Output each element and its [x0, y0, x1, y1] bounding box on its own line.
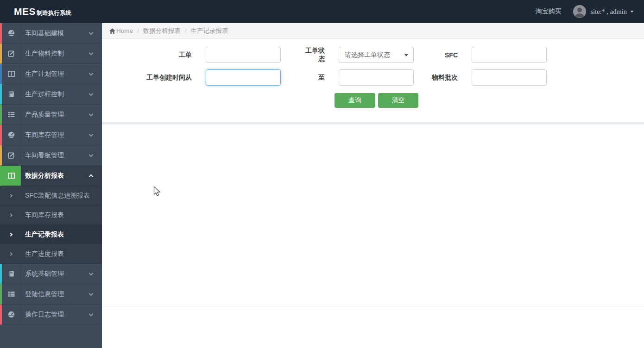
- breadcrumb-separator: /: [137, 27, 139, 34]
- order-status-select[interactable]: 请选择工单状态: [339, 47, 414, 63]
- sidebar-item-label: 操作日志管理: [25, 311, 89, 319]
- sidebar-item-label: 车间看板管理: [25, 151, 89, 160]
- chevron-up-icon: [89, 174, 94, 179]
- sidebar-subitem-label: 车间库存报表: [25, 211, 64, 219]
- chevron-right-icon: [0, 233, 21, 236]
- home-icon: [109, 28, 115, 34]
- sidebar-subitem-label: 生产记录报表: [25, 230, 64, 239]
- breadcrumb-separator: /: [185, 27, 187, 34]
- material-batch-input[interactable]: [472, 69, 547, 86]
- sidebar-item-production-process-control[interactable]: 生产过程控制: [0, 84, 102, 105]
- order-status-field-group: 工单状态 请选择工单状态: [299, 47, 414, 63]
- sidebar-item-product-quality-management[interactable]: 产品质量管理: [0, 105, 102, 125]
- sidebar-item-label: 车间基础建模: [25, 29, 89, 37]
- caret-down-icon: [630, 11, 634, 12]
- sidebar-item-workshop-inventory-management[interactable]: 车间库存管理: [0, 125, 102, 145]
- chevron-down-icon: [89, 91, 94, 96]
- sidebar-item-label: 生产物料控制: [25, 50, 89, 58]
- chevron-down-icon: [89, 132, 94, 137]
- chevron-down-icon: [89, 271, 94, 275]
- list-icon: [2, 105, 21, 124]
- sidebar-item-production-plan-management[interactable]: 生产计划管理: [0, 64, 102, 84]
- chevron-down-icon: [89, 50, 94, 55]
- chevron-down-icon: [89, 112, 94, 116]
- user-label: site:* , admin: [590, 8, 627, 16]
- user-avatar[interactable]: [573, 5, 586, 18]
- sidebar-item-production-material-control[interactable]: 生产物料控制: [0, 44, 102, 64]
- created-from-label: 工单创建时间从: [132, 74, 192, 82]
- search-form-panel: 工单 工单状态 请选择工单状态 SFC 工单创建时间从: [102, 39, 644, 122]
- sidebar-item-system-basic-management[interactable]: 系统基础管理: [0, 264, 102, 284]
- sidebar-subitem-production-progress-report[interactable]: 生产进度报表: [0, 244, 102, 264]
- sidebar-item-login-info-management[interactable]: 登陆信息管理: [0, 284, 102, 304]
- breadcrumb: Home / 数据分析报表 / 生产记录报表: [102, 23, 644, 39]
- chevron-down-icon: [89, 30, 94, 35]
- sfc-field-group: SFC: [430, 47, 547, 63]
- sidebar-item-workshop-basic-modeling[interactable]: 车间基础建模: [0, 23, 102, 44]
- order-status-selected-value: 请选择工单状态: [345, 51, 390, 59]
- navbar-right: 淘宝购买 site:* , admin: [535, 0, 634, 23]
- sidebar-item-data-analysis-reports[interactable]: 数据分析报表: [0, 166, 102, 186]
- sfc-label: SFC: [430, 51, 458, 59]
- results-panel-empty: [102, 124, 644, 307]
- sidebar-item-label: 登陆信息管理: [25, 290, 89, 298]
- sidebar-item-label: 系统基础管理: [25, 270, 89, 278]
- breadcrumb-home-link[interactable]: Home: [109, 27, 133, 34]
- order-input[interactable]: [206, 47, 281, 63]
- taobao-link[interactable]: 淘宝购买: [535, 7, 561, 16]
- edit-icon: [2, 44, 21, 63]
- sidebar-item-label: 产品质量管理: [25, 111, 89, 119]
- list-icon: [2, 284, 21, 304]
- book-icon: [2, 84, 21, 104]
- chevron-down-icon: [89, 291, 94, 296]
- person-icon: [573, 5, 586, 18]
- clear-button[interactable]: 清空: [378, 93, 418, 108]
- chevron-down-icon: [89, 71, 94, 75]
- mouse-cursor: [153, 186, 162, 198]
- order-field-group: 工单: [132, 47, 281, 63]
- created-from-field-group: 工单创建时间从: [132, 69, 281, 86]
- form-buttons-row: 查询 清空: [335, 93, 644, 108]
- sidebar-subitem-label: 生产进度报表: [25, 250, 64, 258]
- columns-icon: [2, 166, 21, 186]
- order-label: 工单: [132, 51, 192, 59]
- logo-text-sub: 制造执行系统: [37, 9, 71, 17]
- sidebar-item-workshop-kanban-management[interactable]: 车间看板管理: [0, 145, 102, 166]
- breadcrumb-current-page: 生产记录报表: [191, 27, 228, 35]
- form-row-2: 工单创建时间从 至 物料批次: [132, 69, 644, 86]
- columns-icon: [2, 64, 21, 84]
- top-navbar: MES 制造执行系统 淘宝购买 site:* , admin: [0, 0, 644, 23]
- dashboard-icon: [2, 304, 21, 324]
- book-icon: [2, 264, 21, 284]
- sidebar-subitem-label: SFC装配信息追溯报表: [25, 192, 90, 200]
- chevron-right-icon: [0, 253, 21, 255]
- dashboard-icon: [2, 125, 21, 145]
- created-from-input[interactable]: [206, 69, 281, 86]
- sidebar-subitem-workshop-inventory-report[interactable]: 车间库存报表: [0, 205, 102, 225]
- user-dropdown[interactable]: site:* , admin: [590, 8, 634, 16]
- data-analysis-submenu: SFC装配信息追溯报表 车间库存报表 生产记录报表 生产进度报表: [0, 186, 102, 264]
- sfc-input[interactable]: [472, 47, 547, 63]
- created-to-input[interactable]: [339, 69, 414, 86]
- select-caret-down-icon: [404, 54, 408, 56]
- sidebar-subitem-sfc-assembly-trace-report[interactable]: SFC装配信息追溯报表: [0, 186, 102, 205]
- chevron-down-icon: [89, 311, 94, 316]
- app-root: MES 制造执行系统 淘宝购买 site:* , admin 车: [0, 0, 644, 348]
- sidebar-item-label: 车间库存管理: [25, 131, 89, 139]
- dashboard-icon: [2, 23, 21, 43]
- sidebar-item-label: 生产计划管理: [25, 70, 89, 78]
- sidebar: 车间基础建模 生产物料控制 生产计划管理 生产过程控制: [0, 23, 102, 348]
- query-button[interactable]: 查询: [335, 93, 375, 108]
- sidebar-subitem-production-record-report[interactable]: 生产记录报表: [0, 225, 102, 244]
- form-row-1: 工单 工单状态 请选择工单状态 SFC: [132, 47, 644, 63]
- logo-text-main: MES: [14, 6, 36, 17]
- order-status-label: 工单状态: [299, 47, 325, 63]
- sidebar-item-label: 生产过程控制: [25, 90, 89, 99]
- sidebar-item-operation-log-management[interactable]: 操作日志管理: [0, 304, 102, 325]
- breadcrumb-data-analysis-link[interactable]: 数据分析报表: [143, 27, 181, 35]
- created-to-field-group: 至: [299, 69, 414, 86]
- material-batch-label: 物料批次: [430, 74, 458, 82]
- app-logo: MES 制造执行系统: [0, 6, 71, 17]
- chevron-right-icon: [0, 194, 21, 197]
- chevron-down-icon: [89, 152, 94, 157]
